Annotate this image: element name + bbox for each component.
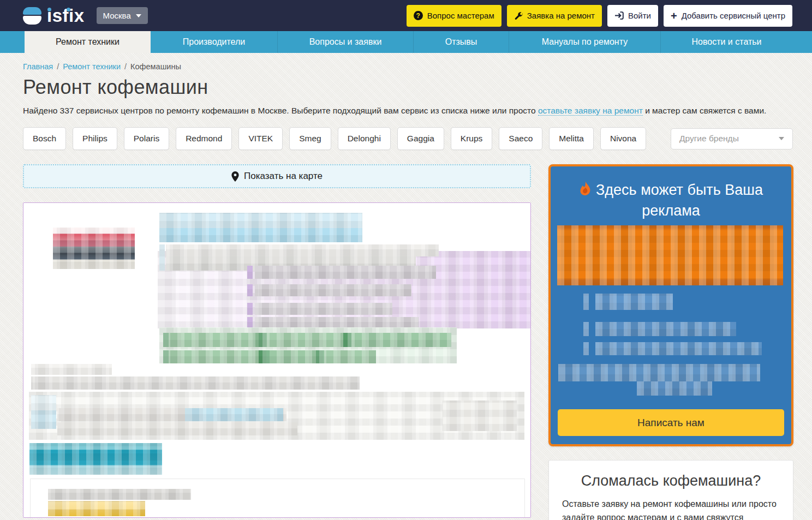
redacted-green-tags bbox=[163, 333, 451, 347]
tab-manufacturers[interactable]: Производители bbox=[151, 31, 277, 53]
ask-masters-button[interactable]: ? Вопрос мастерам bbox=[407, 5, 501, 27]
redacted-service-title bbox=[159, 213, 362, 228]
intro-before: Найдено 337 сервисных центров по ремонту… bbox=[23, 106, 538, 115]
redacted-review-card bbox=[30, 479, 525, 518]
redacted-teal-button bbox=[29, 443, 162, 475]
repair-request-label: Заявка на ремонт bbox=[527, 11, 595, 20]
redacted-service-title bbox=[159, 228, 362, 242]
login-button[interactable]: Войти bbox=[607, 5, 658, 27]
redacted-text-line bbox=[31, 376, 360, 390]
brand-filter-polaris[interactable]: Polaris bbox=[124, 127, 169, 150]
intro-after: и мастер сам свяжется с вами. bbox=[643, 106, 767, 115]
logo[interactable]: isfix bbox=[23, 7, 85, 25]
breadcrumb: Главная / Ремонт техники / Кофемашины bbox=[23, 62, 793, 71]
redacted-list-bullet bbox=[247, 266, 253, 279]
nav-spacer bbox=[0, 31, 25, 53]
city-selector-label: Москва bbox=[103, 11, 131, 20]
brand-filter-delonghi[interactable]: Delonghi bbox=[338, 127, 391, 150]
redacted-text-line bbox=[166, 244, 439, 256]
other-brands-dropdown[interactable]: Другие бренды bbox=[671, 128, 793, 150]
breadcrumb-separator: / bbox=[57, 62, 59, 71]
tab-repair[interactable]: Ремонт техники bbox=[25, 31, 151, 53]
ask-masters-label: Вопрос мастерам bbox=[427, 11, 494, 20]
redacted-ad-bullet bbox=[583, 294, 589, 310]
map-pin-icon bbox=[231, 171, 239, 182]
chevron-down-icon bbox=[779, 137, 784, 140]
logo-icon bbox=[23, 7, 41, 25]
contact-us-button[interactable]: Написать нам bbox=[558, 409, 784, 436]
redacted-avatar bbox=[31, 410, 56, 429]
brand-filter-saeco[interactable]: Saeco bbox=[499, 127, 542, 150]
redacted-text-line bbox=[159, 244, 165, 271]
brand-filter-gaggia[interactable]: Gaggia bbox=[397, 127, 444, 150]
login-icon bbox=[614, 11, 624, 20]
redacted-text-line bbox=[31, 364, 112, 375]
ad-title: Здесь может быть Ваша реклама bbox=[576, 181, 767, 220]
logo-i-dot bbox=[67, 8, 70, 11]
logo-wordmark: isfix bbox=[47, 5, 85, 26]
ad-title-text: Здесь может быть Ваша реклама bbox=[596, 182, 763, 219]
sidebar-column: Здесь может быть Ваша реклама Написать н… bbox=[548, 164, 793, 520]
header-actions: ? Вопрос мастерам Заявка на ремонт Войти… bbox=[407, 5, 792, 27]
redacted-ad-bullet bbox=[583, 342, 589, 355]
city-selector[interactable]: Москва bbox=[97, 7, 148, 24]
redacted-text-line bbox=[57, 422, 297, 435]
intro-text: Найдено 337 сервисных центров по ремонту… bbox=[23, 106, 793, 116]
leave-request-link[interactable]: оставьте заявку на ремонт bbox=[538, 106, 643, 116]
show-on-map-label: Показать на карте bbox=[244, 171, 323, 182]
tab-manuals[interactable]: Мануалы по ремонту bbox=[509, 31, 660, 53]
chevron-down-icon bbox=[136, 14, 141, 17]
redacted-ad-line bbox=[595, 294, 673, 310]
brand-filter-bosch[interactable]: Bosch bbox=[23, 127, 66, 150]
tab-news[interactable]: Новости и статьи bbox=[660, 31, 792, 53]
add-service-center-label: Добавить сервисный центр bbox=[682, 11, 785, 20]
redacted-ad-image bbox=[557, 225, 783, 285]
brand-filter-vitek[interactable]: VITEK bbox=[238, 127, 283, 150]
brand-filter-redmond[interactable]: Redmond bbox=[176, 127, 232, 150]
tab-questions[interactable]: Вопросы и заявки bbox=[277, 31, 413, 53]
redacted-list-line bbox=[255, 266, 436, 279]
redacted-text-line bbox=[48, 489, 191, 500]
header: isfix Москва ? Вопрос мастерам Заявка на… bbox=[0, 0, 812, 31]
nav-filler bbox=[792, 31, 812, 53]
breadcrumb-repair[interactable]: Ремонт техники bbox=[63, 62, 121, 71]
main-nav: Ремонт техники Производители Вопросы и з… bbox=[0, 31, 812, 53]
redacted-ad-bullet bbox=[583, 322, 589, 336]
show-on-map-button[interactable]: Показать на карте bbox=[23, 164, 531, 188]
redacted-rating-stars bbox=[48, 501, 145, 516]
redacted-list-bullet bbox=[247, 303, 253, 315]
brand-filter-krups[interactable]: Krups bbox=[451, 127, 493, 150]
other-brands-label: Другие бренды bbox=[679, 134, 739, 144]
brand-filter-nivona[interactable]: Nivona bbox=[600, 127, 646, 150]
broken-machine-card: Сломалась кофемашина? Оставьте заявку на… bbox=[548, 460, 793, 520]
logo-text: isfix bbox=[47, 7, 85, 25]
breadcrumb-current: Кофемашины bbox=[130, 62, 181, 71]
results-column: Показать на карте bbox=[23, 164, 531, 520]
tab-reviews[interactable]: Отзывы bbox=[413, 31, 509, 53]
redacted-list-line bbox=[255, 303, 392, 315]
brand-filter-philips[interactable]: Philips bbox=[73, 127, 117, 150]
page-title: Ремонт кофемашин bbox=[23, 76, 793, 99]
redacted-service-logo bbox=[53, 228, 135, 269]
question-icon: ? bbox=[414, 11, 423, 20]
breadcrumb-home[interactable]: Главная bbox=[23, 62, 53, 71]
add-service-center-button[interactable]: + Добавить сервисный центр bbox=[664, 5, 792, 27]
redacted-ad-line bbox=[637, 381, 712, 396]
brand-filters: Bosch Philips Polaris Redmond VITEK Smeg… bbox=[23, 127, 793, 150]
redacted-text-line bbox=[185, 408, 283, 421]
logo-i-dot bbox=[47, 8, 51, 11]
redacted-list-bullet bbox=[247, 284, 253, 296]
redacted-list-line bbox=[255, 284, 411, 296]
redacted-ad-line bbox=[595, 342, 762, 355]
brand-filter-melitta[interactable]: Melitta bbox=[549, 127, 594, 150]
redacted-ad-line bbox=[558, 364, 760, 381]
repair-request-button[interactable]: Заявка на ремонт bbox=[507, 5, 602, 27]
login-label: Войти bbox=[628, 11, 651, 20]
brand-filter-smeg[interactable]: Smeg bbox=[289, 127, 331, 150]
redacted-text-line bbox=[443, 401, 517, 431]
redacted-avatar bbox=[31, 395, 56, 410]
broken-machine-title: Сломалась кофемашина? bbox=[562, 473, 780, 489]
service-listing-card bbox=[23, 202, 531, 518]
redacted-green-tags bbox=[163, 350, 376, 363]
breadcrumb-separator: / bbox=[124, 62, 127, 71]
